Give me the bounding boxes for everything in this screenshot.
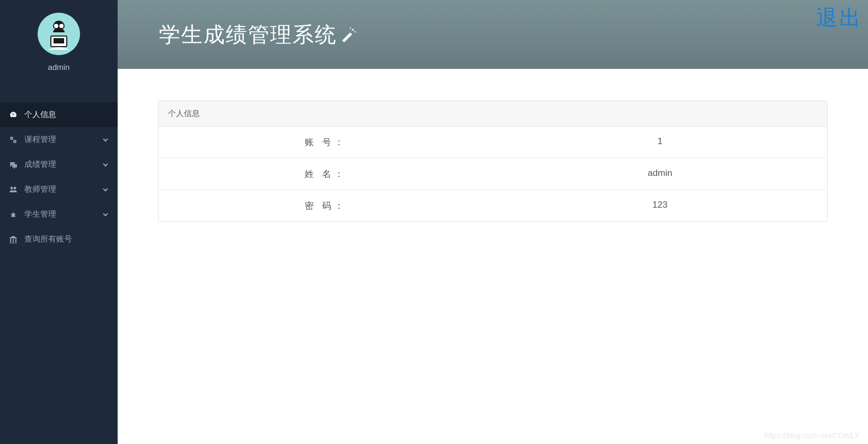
comments-icon [8, 160, 18, 170]
row-label: 密 码： [158, 200, 493, 212]
sidebar-item-label: 查询所有账号 [24, 234, 109, 244]
bug-icon [8, 210, 18, 219]
header: 学生成绩管理系统 退出 [118, 0, 868, 69]
sidebar-item-course[interactable]: 课程管理 [0, 127, 118, 152]
svg-line-16 [15, 216, 16, 217]
svg-point-10 [14, 187, 16, 189]
chevron-down-icon [102, 211, 109, 218]
row-value: 1 [493, 136, 827, 148]
sidebar-menu: 个人信息 课程管理 成绩管理 [0, 102, 118, 252]
sidebar-item-label: 成绩管理 [24, 159, 102, 170]
cogs-icon [8, 135, 18, 145]
sidebar-item-accounts[interactable]: 查询所有账号 [0, 227, 118, 252]
sidebar: admin 个人信息 课程管理 [0, 0, 118, 444]
row-value: 123 [493, 200, 827, 212]
watermark: https://blog.csdn.net/CDWLX [764, 431, 860, 440]
sidebar-item-label: 个人信息 [24, 110, 109, 120]
main-content: 学生成绩管理系统 退出 个人信息 账 号： 1 姓 名： admin 密 [118, 0, 868, 444]
svg-rect-4 [54, 38, 64, 43]
table-row: 密 码： 123 [158, 190, 827, 221]
row-label: 姓 名： [158, 168, 493, 180]
sidebar-item-grade[interactable]: 成绩管理 [0, 152, 118, 177]
table-row: 账 号： 1 [158, 127, 827, 158]
sidebar-item-label: 课程管理 [24, 135, 102, 145]
users-icon [8, 185, 18, 194]
sidebar-profile: admin [0, 0, 118, 81]
avatar [38, 13, 80, 55]
table-row: 姓 名： admin [158, 158, 827, 190]
chevron-down-icon [102, 161, 109, 168]
svg-point-9 [11, 187, 13, 189]
svg-point-1 [54, 23, 59, 29]
sidebar-item-teacher[interactable]: 教师管理 [0, 177, 118, 202]
profile-panel: 个人信息 账 号： 1 姓 名： admin 密 码： 123 [158, 101, 828, 222]
sidebar-item-profile[interactable]: 个人信息 [0, 102, 118, 127]
username-label: admin [0, 63, 118, 72]
row-value: admin [493, 168, 827, 180]
sidebar-item-label: 学生管理 [24, 209, 102, 219]
svg-point-2 [59, 23, 64, 29]
content-area: 个人信息 账 号： 1 姓 名： admin 密 码： 123 [118, 69, 868, 254]
svg-point-11 [12, 213, 15, 217]
logout-link[interactable]: 退出 [816, 3, 863, 32]
sidebar-item-label: 教师管理 [24, 184, 102, 194]
svg-line-15 [11, 216, 12, 217]
svg-line-14 [15, 214, 16, 215]
row-label: 账 号： [158, 136, 493, 148]
svg-line-13 [11, 214, 12, 215]
svg-point-8 [14, 141, 15, 142]
page-title: 学生成绩管理系统 [159, 20, 356, 49]
page-title-text: 学生成绩管理系统 [159, 20, 337, 49]
svg-point-7 [11, 138, 12, 139]
bank-icon [8, 235, 18, 244]
chevron-down-icon [102, 186, 109, 193]
dashboard-icon [8, 110, 18, 120]
panel-title: 个人信息 [158, 101, 827, 127]
chevron-down-icon [102, 136, 109, 144]
sidebar-item-student[interactable]: 学生管理 [0, 202, 118, 227]
magic-wand-icon [340, 26, 356, 42]
